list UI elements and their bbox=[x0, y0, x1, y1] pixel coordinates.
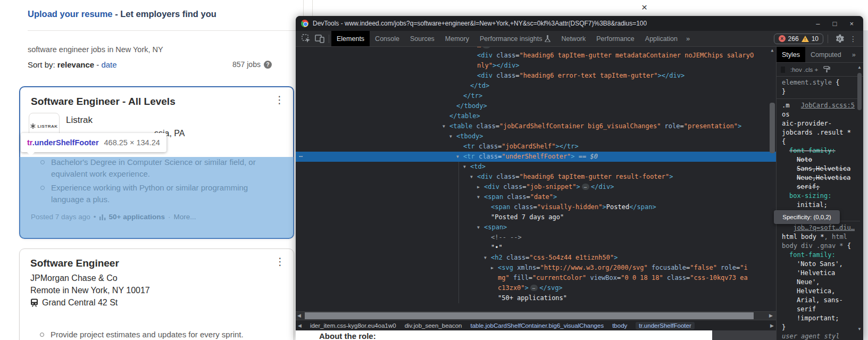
expand-arrow-icon[interactable]: ▼ bbox=[470, 172, 473, 182]
scrollbar-thumb[interactable] bbox=[857, 73, 862, 110]
tree-line[interactable]: </td> bbox=[296, 81, 776, 91]
tree-line[interactable]: <!-- --> bbox=[296, 233, 776, 243]
tree-line[interactable]: ▼<span class="date"> bbox=[296, 192, 776, 202]
tree-line[interactable]: <tr class="jobCardShelf"></tr> bbox=[296, 142, 776, 152]
css-rule-line[interactable]: serif bbox=[782, 305, 855, 314]
scroll-right-icon[interactable]: ▶ bbox=[769, 313, 773, 318]
job-title[interactable]: Software Engineer bbox=[30, 258, 119, 269]
breadcrumb-item[interactable]: tr.underShelfFooter bbox=[636, 322, 694, 329]
css-rule-line[interactable]: { bbox=[782, 137, 855, 146]
breadcrumb-item[interactable]: tbody bbox=[612, 322, 627, 329]
css-rule-line[interactable]: jobcards .result * bbox=[782, 128, 855, 137]
css-rule-line[interactable]: body div .gnav * { bbox=[782, 242, 855, 251]
tree-line[interactable]: ▶<div class="job-snippet">…</div> bbox=[296, 182, 776, 192]
tree-line[interactable]: "Posted 7 days ago" bbox=[296, 212, 776, 222]
expand-arrow-icon[interactable]: ▶ bbox=[477, 182, 480, 192]
expand-arrow-icon[interactable]: ▼ bbox=[456, 152, 459, 162]
css-rule-line[interactable]: html body *, html bbox=[782, 233, 855, 242]
help-icon[interactable]: ? bbox=[264, 61, 272, 69]
job-card-jpmorgan[interactable]: Software Engineer ⋮ JPMorgan Chase & Co … bbox=[19, 248, 294, 340]
tree-line[interactable]: ▼<td> bbox=[296, 162, 776, 172]
tab-sources[interactable]: Sources bbox=[405, 31, 440, 46]
kebab-menu-icon[interactable]: ⋮ bbox=[275, 256, 285, 267]
styles-more-tabs-chevron[interactable]: » bbox=[847, 47, 861, 62]
devtools-kebab-icon[interactable]: ⋮ bbox=[846, 32, 860, 45]
device-toolbar-icon[interactable] bbox=[313, 32, 327, 45]
css-rule-line[interactable]: } bbox=[782, 323, 855, 332]
css-rule-line[interactable]: job…?q=soft…diu… bbox=[782, 223, 855, 233]
job-card-listrak[interactable]: Software Engineer - All Levels ⋮ LISTRAK… bbox=[19, 86, 294, 239]
stylesheet-source-link[interactable]: job…?q=soft…diu… bbox=[793, 223, 855, 233]
css-rule-line[interactable]: .mJobCard.scss:5 bbox=[782, 101, 855, 110]
css-rule-line[interactable]: Noto bbox=[782, 155, 855, 164]
tree-line[interactable]: <span class="visually-hidden">Posted</sp… bbox=[296, 202, 776, 212]
minimize-button[interactable]: – bbox=[816, 20, 820, 27]
tree-line[interactable]: nly"></div> bbox=[296, 61, 776, 71]
job-title[interactable]: Software Engineer - All Levels bbox=[31, 96, 176, 107]
styles-toolbar-items[interactable]: :hov .cls + bbox=[790, 67, 818, 73]
tab-performance-insights[interactable]: Performance insights bbox=[474, 31, 556, 46]
expand-arrow-icon[interactable]: ▼ bbox=[484, 253, 487, 263]
more-link[interactable]: More... bbox=[174, 213, 196, 221]
tree-line[interactable]: "•" bbox=[296, 243, 776, 253]
paint-format-icon[interactable] bbox=[823, 66, 830, 73]
css-rule-line[interactable]: Neue', bbox=[782, 278, 855, 287]
crumb-left-arrow-icon[interactable]: ◀ bbox=[298, 323, 302, 328]
css-rule-line[interactable]: font-family: bbox=[782, 146, 855, 155]
breadcrumb-item[interactable]: table.jobCardShelfContainer.big6_visualC… bbox=[471, 322, 604, 329]
tree-line[interactable]: <div class="heading6 error-text tapItem-… bbox=[296, 71, 776, 81]
tree-line[interactable]: "50+ applications" bbox=[296, 293, 776, 303]
tree-line[interactable]: </tbody> bbox=[296, 101, 776, 111]
scroll-up-icon[interactable]: ▲ bbox=[769, 48, 776, 53]
css-rule-line[interactable]: initial; bbox=[782, 201, 855, 210]
more-tabs-chevron[interactable]: » bbox=[683, 35, 693, 43]
css-rule-line[interactable]: !important; bbox=[782, 314, 855, 323]
tab-elements[interactable]: Elements bbox=[331, 31, 370, 46]
breadcrumb-item[interactable]: div.job_seen_beacon bbox=[405, 322, 462, 329]
scroll-left-icon[interactable]: ◀ bbox=[297, 313, 301, 318]
devtools-titlebar[interactable]: DevTools - www.indeed.com/jobs?q=softwar… bbox=[296, 16, 863, 31]
breadcrumb-item[interactable]: ider_item.css-kyg8or.eu4oa1w0 bbox=[310, 322, 396, 329]
sort-date-link[interactable]: date bbox=[101, 60, 116, 69]
tab-application[interactable]: Application bbox=[640, 31, 683, 46]
tree-line[interactable]: ▼<h2 class="css-5o4z44 e1tiznh50"> bbox=[296, 253, 776, 263]
expand-inline-icon[interactable]: … bbox=[530, 285, 538, 291]
scroll-down-icon[interactable]: ▼ bbox=[856, 327, 863, 331]
expand-arrow-icon[interactable]: ▼ bbox=[449, 131, 452, 142]
tree-line[interactable]: ▼<div class="heading6 tapItem-gutter res… bbox=[296, 172, 776, 182]
css-rule-line[interactable]: serif; bbox=[782, 183, 855, 192]
css-rule-line[interactable]: aic-provider- bbox=[782, 119, 855, 128]
expand-arrow-icon[interactable]: ▶ bbox=[491, 263, 494, 273]
close-icon[interactable]: × bbox=[641, 2, 647, 13]
styles-scrollbar[interactable]: ▲ ▼ bbox=[856, 63, 863, 340]
crumb-right-arrow-icon[interactable]: ▶ bbox=[770, 323, 774, 328]
inspect-element-icon[interactable] bbox=[299, 32, 313, 45]
tree-line[interactable]: mg" fill="currentColor" viewBox="0 0 18 … bbox=[296, 273, 776, 283]
css-rule-line[interactable]: Helvetica, bbox=[782, 287, 855, 296]
horizontal-scrollbar[interactable]: ◀ ▶ bbox=[296, 311, 776, 320]
scrollbar-thumb[interactable] bbox=[305, 312, 754, 319]
tree-line-selected[interactable]: ⋯▼<tr class="underShelfFooter"> == $0 bbox=[296, 152, 776, 162]
css-rule-line[interactable]: font-family: bbox=[782, 251, 855, 260]
css-rule-line[interactable]: element.style { bbox=[782, 78, 855, 87]
css-rule-line[interactable]: Arial, sans- bbox=[782, 296, 855, 305]
css-rule-line[interactable]: } bbox=[782, 87, 855, 96]
expand-arrow-icon[interactable]: ▼ bbox=[477, 222, 480, 233]
filter-input[interactable] bbox=[781, 67, 785, 73]
stylesheet-source-link[interactable]: JobCard.scss:5 bbox=[801, 101, 855, 110]
scrollbar-thumb[interactable] bbox=[770, 103, 775, 153]
css-rule-line[interactable]: box-sizing: bbox=[782, 192, 855, 201]
tree-line[interactable]: ▼<tbody> bbox=[296, 131, 776, 142]
expand-arrow-icon[interactable]: ▼ bbox=[463, 162, 466, 172]
css-rule-line[interactable]: 'Helvetica bbox=[782, 269, 855, 278]
tab-network[interactable]: Network bbox=[556, 31, 591, 46]
tree-line[interactable]: </table> bbox=[296, 111, 776, 121]
tree-line[interactable]: ▼<table class="jobCardShelfContainer big… bbox=[296, 121, 776, 131]
css-rule-line[interactable]: user agent styl bbox=[782, 332, 855, 340]
tree-line[interactable]: ▶<svg xmlns="http://www.w3.org/2000/svg"… bbox=[296, 263, 776, 273]
css-rule-line[interactable]: os bbox=[782, 110, 855, 119]
close-button[interactable]: × bbox=[849, 20, 854, 27]
scroll-up-icon[interactable]: ▲ bbox=[856, 65, 863, 70]
console-issues-badge[interactable]: × 266 10 bbox=[774, 34, 823, 44]
maximize-button[interactable]: □ bbox=[833, 20, 837, 27]
